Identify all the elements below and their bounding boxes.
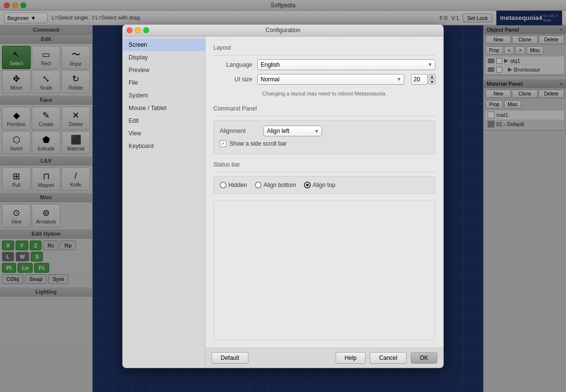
modal-nav-system[interactable]: System [123, 89, 205, 102]
ui-size-decrement-button[interactable]: ▼ [429, 79, 435, 84]
ui-size-number-value: 20 [414, 76, 420, 83]
modal-traffic-lights [127, 27, 149, 33]
side-scroll-label: Show a side scroll bar [229, 140, 286, 147]
status-hidden-label: Hidden [228, 182, 247, 188]
command-panel-section: Command Panel Alignment Align left ▼ [213, 105, 435, 154]
status-align-top-radio[interactable] [304, 182, 311, 188]
modal-nav-edit[interactable]: Edit [123, 114, 205, 127]
modal-nav-mouse-tablet[interactable]: Mouse / Tablet [123, 102, 205, 114]
modal-nav-screen[interactable]: Screen [123, 38, 205, 51]
alignment-row: Alignment Align left ▼ [220, 126, 429, 136]
language-label: Language [213, 61, 252, 68]
ui-size-number-wrap: 20 ▲ ▼ [411, 74, 435, 85]
modal-body: Screen Display Preview File System Mouse… [123, 37, 443, 368]
language-select-wrap: English ▼ [257, 59, 435, 70]
modal-nav-preview[interactable]: Preview [123, 64, 205, 76]
status-bar-title: Status bar [213, 161, 435, 168]
status-bar-separator [213, 172, 435, 172]
ui-size-label: UI size [213, 76, 252, 83]
modal-min-light[interactable] [135, 27, 141, 33]
help-button[interactable]: Help [336, 352, 366, 364]
ui-size-select[interactable]: Normal [257, 74, 404, 85]
modal-nav-file[interactable]: File [123, 76, 205, 89]
alignment-select[interactable]: Align left [264, 126, 322, 136]
default-button[interactable]: Default [211, 352, 248, 364]
ui-size-value: Normal [261, 76, 280, 83]
configuration-modal: Configuration Screen Display Preview Fil… [122, 24, 444, 368]
modal-content: Layout Language English ▼ [206, 37, 443, 348]
status-align-top-label: Align top [313, 182, 336, 188]
command-panel-separator [213, 116, 435, 116]
side-scroll-checkbox[interactable] [220, 140, 226, 147]
modal-sidebar: Screen Display Preview File System Mouse… [123, 37, 206, 368]
status-align-top-option[interactable]: Align top [304, 182, 336, 188]
modal-footer: Default Help Cancel OK [206, 348, 443, 368]
status-bar-section: Status bar Hidden Align bottom [213, 161, 435, 194]
modal-nav-display[interactable]: Display [123, 51, 205, 64]
status-hidden-radio[interactable] [220, 182, 226, 188]
modal-titlebar: Configuration [123, 25, 443, 37]
modal-title: Configuration [265, 27, 300, 34]
command-panel-title: Command Panel [213, 105, 435, 112]
cancel-button[interactable]: Cancel [370, 352, 406, 364]
modal-overlay: Configuration Screen Display Preview Fil… [0, 0, 566, 392]
footer-right-buttons: Help Cancel OK [336, 352, 437, 364]
modal-max-light[interactable] [143, 27, 149, 33]
ui-size-row: UI size Normal ▼ 20 [213, 74, 435, 85]
side-scroll-row: Show a side scroll bar [220, 140, 429, 147]
ui-size-stepper: ▲ ▼ [429, 74, 435, 84]
status-align-bottom-radio[interactable] [255, 182, 262, 188]
layout-info-text: Changing a layout may need to reboot Met… [213, 89, 435, 98]
language-select[interactable]: English [257, 59, 435, 70]
status-bar-radio-row: Hidden Align bottom Align top [220, 182, 429, 188]
modal-close-light[interactable] [127, 27, 132, 33]
layout-separator [213, 55, 435, 56]
ui-size-number-input[interactable]: 20 [411, 74, 428, 85]
status-hidden-option[interactable]: Hidden [220, 182, 247, 188]
ui-size-select-wrap: Normal ▼ [257, 74, 404, 85]
alignment-label: Alignment [220, 128, 259, 134]
status-align-bottom-label: Align bottom [264, 182, 296, 188]
status-align-bottom-option[interactable]: Align bottom [255, 182, 296, 188]
alignment-value: Align left [267, 128, 289, 134]
language-value: English [261, 61, 280, 68]
status-bar-bg: Hidden Align bottom Align top [213, 176, 435, 194]
language-row: Language English ▼ [213, 59, 435, 70]
alignment-select-wrap: Align left ▼ [264, 126, 322, 136]
ok-button[interactable]: OK [411, 352, 437, 364]
command-panel-bg: Alignment Align left ▼ Show [213, 120, 435, 154]
modal-nav-keyboard[interactable]: Keyboard [123, 140, 205, 152]
ui-size-increment-button[interactable]: ▲ [429, 74, 435, 79]
layout-section: Layout Language English ▼ [213, 44, 435, 98]
preview-area [213, 201, 435, 340]
modal-nav-view[interactable]: View [123, 127, 205, 140]
layout-section-title: Layout [213, 44, 435, 51]
